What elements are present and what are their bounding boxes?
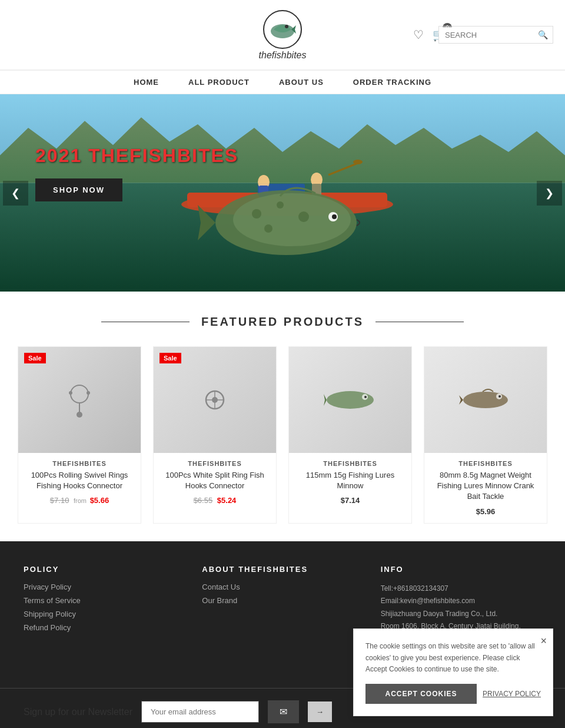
section-title: FEATURED PRODUCTS [18,315,547,329]
svg-point-29 [327,391,374,409]
product-card-4[interactable]: THEFISHBITES 80mm 8.5g Magnet Weight Fis… [424,346,547,524]
footer-about: ABOUT THEFISHBITES Contact Us Our Brand [202,565,363,659]
newsletter-label: Sign up for our Newsletter [24,707,132,717]
footer-policy: POLICY Privacy Policy Terms of Service S… [24,565,184,659]
nav-home[interactable]: HOME [134,78,159,87]
product-icon-3 [324,382,377,418]
footer-company: Shijiazhuang Daoya Trading Co., Ltd. [381,608,541,621]
product-brand-1: THEFISHBITES [24,460,135,467]
header: thefishbites ♡ 🛒 0 🔍 [0,0,565,70]
svg-point-17 [264,224,272,233]
product-info-3: THEFISHBITES 115mm 15g Fishing Lures Min… [289,453,411,512]
logo[interactable]: thefishbites [259,9,307,61]
cookie-actions: ACCEPT COOKIES PRIVACY POLICY [365,684,541,704]
newsletter-arrow-button[interactable]: → [308,701,332,722]
sale-badge-1: Sale [24,353,46,363]
product-price-4: $5.96 [430,507,541,516]
footer-our-brand[interactable]: Our Brand [202,596,363,605]
cookie-banner: × The cookie settings on this website ar… [353,628,553,716]
product-info-4: THEFISHBITES 80mm 8.5g Magnet Weight Fis… [424,453,547,523]
product-icon-2 [191,376,238,423]
footer-info-title: INFO [381,565,541,574]
hero-title: 2021 THEFISHBITES [35,145,238,167]
product-name-1: 100Pcs Rolling Swivel Rings Fishing Hook… [24,470,135,491]
product-name-3: 115mm 15g Fishing Lures Minnow [295,470,406,491]
price-single-4: $5.96 [476,507,496,516]
newsletter-submit-button[interactable]: ✉ [268,700,299,723]
svg-point-32 [463,392,508,408]
products-grid: Sale THEFISHBITES 100Pcs Rolling Swivel … [18,346,547,524]
footer-terms-service[interactable]: Terms of Service [24,596,184,605]
footer-contact-us[interactable]: Contact Us [202,583,363,591]
featured-section: FEATURED PRODUCTS Sale THEFISHBITES 10 [0,292,565,541]
newsletter-input[interactable] [141,701,259,723]
svg-point-23 [69,391,72,395]
cookie-policy-link[interactable]: PRIVACY POLICY [483,684,541,704]
product-price-2: $6.55 $5.24 [159,496,270,505]
product-icon-1 [56,376,103,423]
product-icon-4 [459,382,512,418]
product-brand-2: THEFISHBITES [159,460,270,467]
cookie-close-button[interactable]: × [540,635,547,647]
svg-point-16 [298,211,309,222]
product-name-2: 100Pcs White Split Ring Fish Hooks Conne… [159,470,270,491]
svg-point-11 [353,160,363,164]
svg-point-24 [87,391,90,395]
svg-point-34 [498,395,501,398]
cookie-text: The cookie settings on this website are … [365,641,541,675]
product-price-1: $7.10 from $5.66 [24,496,135,505]
nav-all-product[interactable]: ALL PRODUCT [188,78,250,87]
product-image-4 [424,347,547,453]
nav-about-us[interactable]: ABOUT US [279,78,324,87]
product-card-2[interactable]: Sale THEFISHBITES 100Pcs White Split Rin… [153,346,277,524]
svg-point-20 [71,385,88,403]
product-card-1[interactable]: Sale THEFISHBITES 100Pcs Rolling Swivel … [18,346,141,524]
footer-tel: Tell:+8618032134307 [381,583,541,595]
svg-point-2 [285,25,288,28]
shop-now-button[interactable]: SHOP NOW [35,178,122,201]
sale-badge-2: Sale [159,353,181,363]
wishlist-icon[interactable]: ♡ [413,28,424,42]
price-new-2: $5.24 [217,496,237,505]
cookie-accept-button[interactable]: ACCEPT COOKIES [365,684,477,704]
product-info-2: THEFISHBITES 100Pcs White Split Ring Fis… [154,453,276,512]
main-nav: HOME ALL PRODUCT ABOUT US ORDER TRACKING [0,70,565,94]
hero-banner: 2021 THEFISHBITES SHOP NOW ❮ ❯ [0,94,565,292]
product-brand-4: THEFISHBITES [430,460,541,467]
search-wrap: 🔍 [438,26,553,44]
footer-shipping-policy[interactable]: Shipping Policy [24,610,184,618]
hero-next-button[interactable]: ❯ [537,181,562,206]
hero-content: 2021 THEFISHBITES SHOP NOW [35,145,238,201]
price-new-1: $5.66 [90,496,109,505]
logo-text: thefishbites [259,50,307,61]
product-info-1: THEFISHBITES 100Pcs Rolling Swivel Rings… [18,453,141,512]
search-input[interactable] [439,27,533,43]
svg-point-19 [332,214,337,219]
hero-prev-button[interactable]: ❮ [3,181,28,206]
product-card-3[interactable]: THEFISHBITES 115mm 15g Fishing Lures Min… [288,346,412,524]
product-price-3: $7.14 [295,496,406,505]
footer-privacy-policy[interactable]: Privacy Policy [24,583,184,591]
product-image-3 [289,347,411,453]
logo-icon [262,9,303,50]
price-from-1: from [74,497,87,504]
footer-refund-policy[interactable]: Refund Policy [24,623,184,632]
svg-point-31 [364,396,367,398]
newsletter-btn-icon: ✉ [280,707,287,717]
product-name-4: 80mm 8.5g Magnet Weight Fishing Lures Mi… [430,470,541,502]
price-old-2: $6.55 [194,496,213,505]
price-old-1: $7.10 [50,496,69,505]
price-single-3: $7.14 [341,496,360,505]
footer-about-title: ABOUT THEFISHBITES [202,565,363,574]
svg-point-14 [252,209,261,219]
nav-order-tracking[interactable]: ORDER TRACKING [353,78,431,87]
footer-email: Email:kevin@thefishbites.com [381,595,541,608]
search-button[interactable]: 🔍 [533,27,553,43]
svg-point-15 [277,201,284,209]
product-brand-3: THEFISHBITES [295,460,406,467]
svg-point-22 [77,412,82,418]
footer-policy-title: POLICY [24,565,184,574]
